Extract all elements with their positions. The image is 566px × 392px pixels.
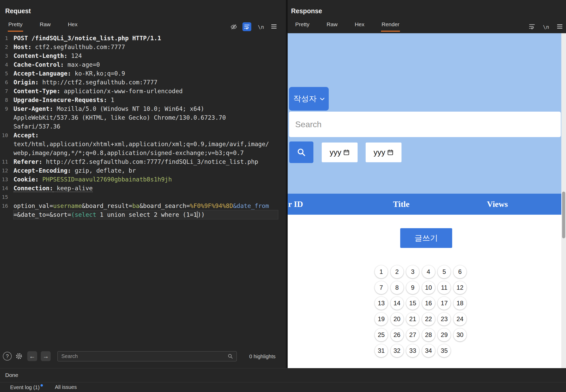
code-segment: Origin: xyxy=(14,79,39,86)
request-search-input[interactable] xyxy=(57,351,237,361)
code-segment: http://ctf2.segfaulthub.com:7777 xyxy=(39,79,157,86)
request-line-wrap: Safari/537.36 xyxy=(0,122,286,131)
line-content: Cache-Control: max-age=0 xyxy=(14,60,278,69)
line-content: Referer: http://ctf2.segfaulthub.com:777… xyxy=(14,157,278,166)
code-segment: Accept: xyxy=(14,132,39,139)
page-button-25[interactable]: 25 xyxy=(375,328,388,341)
page-button-7[interactable]: 7 xyxy=(375,281,388,294)
page-button-32[interactable]: 32 xyxy=(391,344,404,357)
code-segment: =&date_to=&sort= xyxy=(14,211,71,218)
page-button-19[interactable]: 19 xyxy=(375,313,388,326)
page-button-23[interactable]: 23 xyxy=(438,313,451,326)
page-button-28[interactable]: 28 xyxy=(422,328,435,341)
page-button-9[interactable]: 9 xyxy=(406,281,419,294)
event-log-link[interactable]: Event log (1) xyxy=(10,384,43,390)
column-header-user-id: r ID xyxy=(288,194,303,215)
show-nonprintable-button[interactable]: \n xyxy=(543,24,549,30)
line-content: =&date_to=&sort=(select 1 union select 2… xyxy=(14,210,278,219)
search-icon xyxy=(296,147,307,158)
menu-icon[interactable] xyxy=(271,23,277,30)
page-button-27[interactable]: 27 xyxy=(406,328,419,341)
line-number xyxy=(0,122,8,131)
page-button-12[interactable]: 12 xyxy=(453,281,466,294)
request-line-16: 16option_val=username&board_result=ba&bo… xyxy=(0,201,286,210)
settings-button[interactable] xyxy=(15,352,23,360)
page-button-24[interactable]: 24 xyxy=(453,313,466,326)
status-message: Done xyxy=(0,368,566,382)
response-panel: Response PrettyRawHexRender \n 작성자 xyxy=(288,0,566,368)
page-button-34[interactable]: 34 xyxy=(422,344,435,357)
page-button-3[interactable]: 3 xyxy=(406,265,419,278)
code-segment: Safari/537.36 xyxy=(14,123,60,130)
line-number xyxy=(0,113,8,122)
page-button-33[interactable]: 33 xyxy=(406,344,419,357)
code-segment: Accept-Encoding: xyxy=(14,167,71,174)
page-button-30[interactable]: 30 xyxy=(453,328,466,341)
code-segment: webp,image/apng,*/*;q=0.8,application/si… xyxy=(14,150,244,156)
page-button-1[interactable]: 1 xyxy=(375,265,388,278)
page-button-8[interactable]: 8 xyxy=(391,281,404,294)
code-segment: max-age=0 xyxy=(64,61,100,68)
line-content: User-Agent: Mozilla/5.0 (Windows NT 10.0… xyxy=(14,104,278,113)
board-search-button[interactable] xyxy=(289,141,313,163)
page-button-13[interactable]: 13 xyxy=(375,297,388,310)
menu-icon[interactable] xyxy=(557,23,562,30)
code-segment: POST /findSQLi_3/notice_list.php HTTP/1.… xyxy=(14,35,161,42)
request-line-10: 10Accept: xyxy=(0,131,286,140)
request-line-6: 6Origin: http://ctf2.segfaulthub.com:777… xyxy=(0,78,286,87)
code-segment: AppleWebKit/537.36 (KHTML, like Gecko) C… xyxy=(14,114,226,121)
page-button-11[interactable]: 11 xyxy=(438,281,451,294)
code-segment: 124 xyxy=(68,52,82,59)
request-line-14: 14Connection: keep-alive xyxy=(0,184,286,193)
page-button-26[interactable]: 26 xyxy=(391,328,404,341)
line-number: 2 xyxy=(0,43,8,51)
notification-dot xyxy=(41,384,43,387)
help-button[interactable]: ? xyxy=(3,352,12,361)
line-number: 15 xyxy=(0,193,8,201)
page-button-15[interactable]: 15 xyxy=(406,297,419,310)
wrap-lines-icon xyxy=(529,23,535,30)
code-segment: (select xyxy=(71,211,96,218)
show-nonprintable-button[interactable]: \n xyxy=(258,24,264,30)
author-dropdown-button[interactable]: 작성자 xyxy=(289,87,329,111)
page-button-5[interactable]: 5 xyxy=(438,265,451,278)
page-button-29[interactable]: 29 xyxy=(438,328,451,341)
page-button-6[interactable]: 6 xyxy=(453,265,466,278)
request-line-5: 5Accept-Language: ko-KR,ko;q=0.9 xyxy=(0,69,286,78)
page-button-10[interactable]: 10 xyxy=(422,281,435,294)
request-editor[interactable]: 1POST /findSQLi_3/notice_list.php HTTP/1… xyxy=(0,34,286,219)
date-from-input[interactable]: yyy xyxy=(322,143,358,162)
page-button-20[interactable]: 20 xyxy=(391,313,404,326)
page-button-35[interactable]: 35 xyxy=(438,344,451,357)
hide-highlights-button[interactable] xyxy=(230,23,237,30)
page-button-17[interactable]: 17 xyxy=(438,297,451,310)
line-content: Accept: xyxy=(14,131,278,140)
page-button-22[interactable]: 22 xyxy=(422,313,435,326)
line-content: Accept-Language: ko-KR,ko;q=0.9 xyxy=(14,69,278,78)
page-button-21[interactable]: 21 xyxy=(406,313,419,326)
code-segment: ko-KR,ko;q=0.9 xyxy=(71,70,125,77)
board-search-input[interactable] xyxy=(289,112,561,137)
response-toolbar: \n xyxy=(288,22,566,32)
scrollbar-thumb[interactable] xyxy=(562,192,565,238)
history-forward-button[interactable]: → xyxy=(41,351,51,361)
gear-icon xyxy=(15,352,23,360)
page-button-2[interactable]: 2 xyxy=(391,265,404,278)
wrap-lines-button[interactable] xyxy=(242,22,251,31)
code-segment: text/html,application/xhtml+xml,applicat… xyxy=(14,141,269,147)
pane-divider[interactable] xyxy=(286,0,288,368)
page-button-18[interactable]: 18 xyxy=(453,297,466,310)
code-segment: Cache-Control: xyxy=(14,61,64,68)
page-button-4[interactable]: 4 xyxy=(422,265,435,278)
line-number: 10 xyxy=(0,131,8,140)
wrap-lines-button[interactable] xyxy=(529,23,535,30)
eye-slash-icon xyxy=(230,23,237,30)
all-issues-link[interactable]: All issues xyxy=(55,384,77,390)
page-button-31[interactable]: 31 xyxy=(375,344,388,357)
response-scrollbar[interactable] xyxy=(561,33,566,368)
page-button-14[interactable]: 14 xyxy=(391,297,404,310)
history-back-button[interactable]: ← xyxy=(27,351,37,361)
date-to-input[interactable]: yyy xyxy=(366,143,402,162)
page-button-16[interactable]: 16 xyxy=(422,297,435,310)
line-number: 5 xyxy=(0,69,8,78)
